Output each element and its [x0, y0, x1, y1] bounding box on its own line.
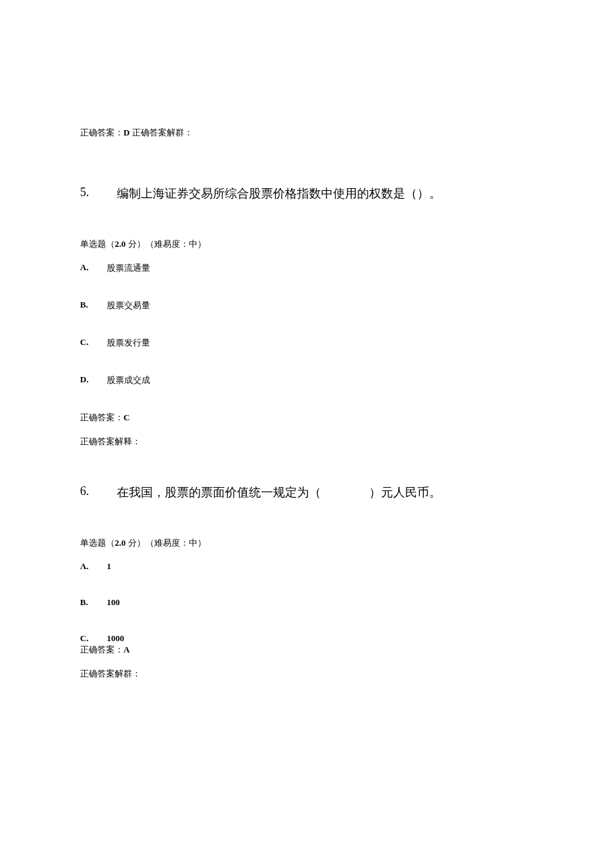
- q5-option-c-letter: C.: [80, 337, 107, 349]
- q5-title-text: 编制上海证券交易所综合股票价格指数中使用的权数是（）。: [117, 185, 534, 201]
- q5-option-c: C. 股票发行量: [80, 337, 534, 349]
- q6-title-text: 在我国，股票的票面价值统一规定为（ ）元人民币。: [117, 484, 534, 500]
- q5-meta-suffix: 分）（难易度：中）: [125, 239, 206, 249]
- q4-answer-prefix: 正确答案：: [80, 127, 123, 137]
- q5-meta-prefix: 单选题（: [80, 239, 115, 249]
- q5-title: 5. 编制上海证券交易所综合股票价格指数中使用的权数是（）。: [80, 185, 534, 201]
- q6-option-b-letter: B.: [80, 597, 107, 608]
- q6-option-b-text: 100: [107, 597, 120, 608]
- q5-option-a-text: 股票流通量: [107, 262, 150, 274]
- q6-option-c: C. 1000: [80, 633, 534, 644]
- q5-option-c-text: 股票发行量: [107, 337, 150, 349]
- q5-correct-answer: 正确答案：C: [80, 412, 534, 424]
- q5-answer-prefix: 正确答案：: [80, 412, 123, 422]
- q5-explanation: 正确答案解释：: [80, 436, 534, 448]
- q6-option-a-letter: A.: [80, 561, 107, 572]
- q6-correct-answer: 正确答案：A: [80, 644, 534, 656]
- q5-option-d: D. 股票成交成: [80, 374, 534, 386]
- q6-option-a: A. 1: [80, 561, 534, 572]
- q6-answer-prefix: 正确答案：: [80, 644, 123, 655]
- q6-title: 6. 在我国，股票的票面价值统一规定为（ ）元人民币。: [80, 484, 534, 500]
- q6-answer-letter: A: [123, 644, 129, 655]
- q6-meta-prefix: 单选题（: [80, 538, 115, 548]
- q5-option-b-letter: B.: [80, 300, 107, 312]
- q4-answer-suffix: 正确答案解群：: [129, 127, 192, 137]
- q5-option-b: B. 股票交易量: [80, 300, 534, 312]
- q6-meta-points: 2.0: [115, 538, 125, 548]
- q5-meta: 单选题（2.0 分）（难易度：中）: [80, 238, 534, 250]
- q5-answer-letter: C: [123, 412, 129, 422]
- q5-option-a: A. 股票流通量: [80, 262, 534, 274]
- q6-meta-suffix: 分）（难易度：中）: [125, 538, 206, 548]
- q5-option-d-letter: D.: [80, 374, 107, 386]
- q5-meta-points: 2.0: [115, 239, 125, 249]
- q5-option-b-text: 股票交易量: [107, 300, 150, 312]
- q6-meta: 单选题（2.0 分）（难易度：中）: [80, 537, 534, 549]
- q4-answer-letter: D: [123, 127, 129, 137]
- q6-option-c-text: 1000: [107, 633, 124, 644]
- q4-answer-line: 正确答案：D 正确答案解群：: [80, 127, 534, 139]
- q6-number: 6.: [80, 484, 117, 500]
- q5-option-d-text: 股票成交成: [107, 374, 150, 386]
- q6-explanation: 正确答案解群：: [80, 668, 534, 680]
- q6-option-c-letter: C.: [80, 633, 107, 644]
- q6-option-b: B. 100: [80, 597, 534, 608]
- q5-number: 5.: [80, 185, 117, 201]
- q5-option-a-letter: A.: [80, 262, 107, 274]
- q6-option-a-text: 1: [107, 561, 111, 572]
